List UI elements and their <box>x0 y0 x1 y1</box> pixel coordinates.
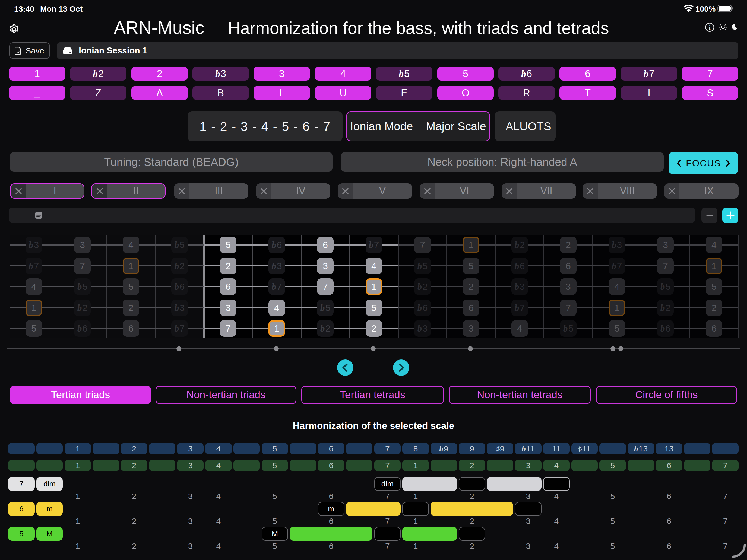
svg-text:i: i <box>709 24 710 31</box>
